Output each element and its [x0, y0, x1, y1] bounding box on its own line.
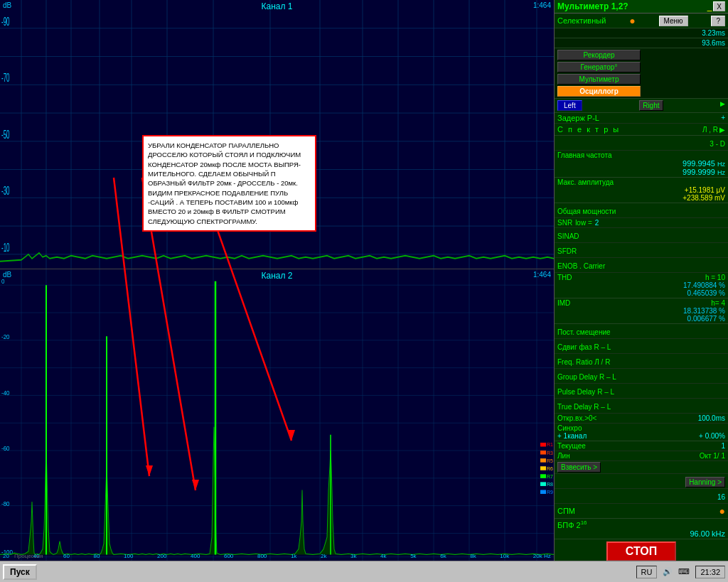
taskbar-lang: RU — [636, 566, 658, 578]
vzv-button[interactable]: Взвесить > — [557, 462, 601, 473]
synchro-section: Синхро + 1канал + 0.00% — [555, 424, 728, 441]
post-smes-row: Пост. смещение — [555, 324, 728, 339]
selective-row: Селективный ● Меню ? — [555, 14, 728, 28]
time1-val: 3.23ms — [702, 29, 725, 37]
freq1-val: 999.9945 Hz — [557, 159, 725, 168]
rp-header: Мультиметр 1,2? _ X — [555, 0, 728, 14]
snr-label: SNR — [557, 219, 572, 227]
hanning-button[interactable]: Hanning > — [685, 477, 725, 487]
mode-buttons: Рекордер Генератор° Мультиметр Осциллогр — [555, 48, 728, 99]
freq-axis: 20 40 60 80 100 200 400 600 800 1k 2k 3k… — [0, 553, 554, 559]
svg-rect-75 — [540, 458, 546, 463]
help-button[interactable]: ? — [711, 16, 725, 26]
right-button[interactable]: Right — [639, 100, 663, 111]
imd-val2: 0.006677 % — [557, 315, 725, 323]
selective-label: Селективный — [557, 16, 606, 25]
vzv-row: Взвесить > — [555, 461, 728, 474]
stop-button[interactable]: СТОП — [606, 541, 676, 561]
svg-text:-70: -70 — [1, 72, 10, 85]
pulse-delay-label: Pulse Delay R – L — [557, 388, 614, 396]
oscilloscope-button[interactable]: Осциллогр — [557, 86, 641, 97]
spectra-buttons: Л , R ▶ — [702, 126, 725, 134]
enob-label: ENOB . Carrier — [557, 262, 605, 270]
current-row: Текущее 1 — [555, 441, 728, 451]
start-button[interactable]: Пуск — [3, 564, 37, 580]
generator-button[interactable]: Генератор° — [557, 62, 641, 72]
svg-rect-73 — [540, 451, 546, 455]
svg-text:-80: -80 — [1, 500, 10, 507]
num16-val: 16 — [717, 493, 725, 501]
spectra-section: С п е к т р ы Л , R ▶ — [555, 124, 728, 136]
snr-low-label: low = — [575, 219, 592, 227]
close-button[interactable]: X — [713, 1, 725, 11]
sdvig-label: Сдвиг фаз R – L — [557, 343, 611, 351]
svg-rect-77 — [540, 466, 546, 470]
max-amp-label: Макс. амплитуда — [557, 178, 725, 186]
spectra-3d: 3 - D — [710, 140, 725, 148]
ch1-spectrum-svg: -90 -70 -50 -30 -10 — [0, 0, 554, 269]
rp-header-controls: _ X — [707, 1, 725, 11]
menu-button[interactable]: Меню — [659, 16, 688, 26]
synchro-ch: + 1канал — [557, 432, 587, 440]
total-power-row: Общая мощности — [555, 203, 728, 218]
open-num: 100.0ms — [698, 414, 725, 422]
synchro-val: + 0.00% — [699, 432, 725, 440]
svg-text:R8: R8 — [547, 480, 553, 487]
imd-h-label: h= 4 — [711, 299, 725, 307]
current-val: 1 — [721, 442, 725, 450]
sinad-label: SINAD — [557, 232, 579, 240]
synchro-label: Синхро — [557, 424, 725, 432]
snr-val: 2 — [595, 219, 599, 227]
main-freq-label: Главная частота — [557, 151, 725, 159]
open-row: Откр.вх.>0< 100.0ms — [555, 414, 728, 424]
delay-row: Задерж Р-L + — [555, 113, 728, 124]
group-delay-row: Group Delay R – L — [555, 369, 728, 384]
imd-section: IMD h= 4 18.313738 % 0.006677 % — [555, 298, 728, 324]
svg-text:0: 0 — [1, 277, 5, 285]
lin-oct-row: Лин Окт 1/ 1 — [555, 451, 728, 461]
selective-dot: ● — [629, 15, 635, 26]
pulse-delay-row: Pulse Delay R – L — [555, 384, 728, 399]
amp2-val: +238.589 mV — [557, 194, 725, 202]
time2-val: 93.6ms — [702, 39, 725, 47]
svg-text:R3: R3 — [547, 449, 553, 456]
thd-h-label: h = 10 — [705, 274, 725, 281]
proc-label: Процессия — [14, 553, 43, 559]
thd-section: THD h = 10 17.490884 % 0.465039 % — [555, 273, 728, 298]
spectra-lr: Л , R — [702, 126, 718, 134]
svg-text:-50: -50 — [1, 129, 10, 141]
imd-label: IMD — [557, 299, 570, 307]
channel-1: Канал 1 dB 1:464 — [0, 0, 554, 269]
num16-row: 16 — [555, 489, 728, 504]
current-label: Текущее — [557, 442, 586, 450]
time-values: 3.23ms — [555, 28, 728, 38]
svg-rect-71 — [540, 443, 546, 447]
ch2-spectrum-svg: 0 -20 -40 -60 -80 -100 — [0, 269, 554, 561]
rekorder-button[interactable]: Рекордер — [557, 50, 641, 60]
minimize-icon[interactable]: _ — [707, 1, 712, 11]
arrow-right-icon: ▶ — [720, 100, 725, 111]
multimeter-button[interactable]: Мультиметр — [557, 74, 641, 85]
taskbar: Пуск RU 🔊 ⌨ 21:32 — [0, 561, 728, 582]
group-delay-label: Group Delay R – L — [557, 373, 616, 381]
svg-text:-10: -10 — [1, 242, 10, 254]
taskbar-icon1: 🔊 — [663, 567, 673, 576]
svg-text:R1: R1 — [547, 441, 553, 448]
svg-text:-60: -60 — [1, 444, 10, 452]
svg-rect-79 — [540, 474, 546, 478]
bpf-freq: 96.00 kHz — [557, 529, 725, 538]
spectra-arrow: ▶ — [719, 126, 725, 134]
channel-2-title: Канал 2 — [262, 271, 293, 281]
left-button[interactable]: Left — [557, 100, 582, 111]
bpf-section: БПФ 216 96.00 kHz — [555, 519, 728, 539]
taskbar-icon2: ⌨ — [678, 567, 690, 576]
sfdr-row: SFDR — [555, 243, 728, 258]
right-panel: Мультиметр 1,2? _ X Селективный ● Меню ?… — [554, 0, 728, 561]
rp-title: Мультиметр 1,2? — [557, 1, 628, 11]
spectrum-analyzer: Канал 1 dB 1:464 — [0, 0, 554, 561]
spm-dot: ● — [719, 505, 725, 517]
max-amp-section: Макс. амплитуда +15.1981 μV +238.589 mV — [555, 178, 728, 203]
svg-text:-20: -20 — [1, 333, 10, 340]
spm-label: СПМ — [557, 507, 575, 515]
amp1-val: +15.1981 μV — [557, 186, 725, 194]
